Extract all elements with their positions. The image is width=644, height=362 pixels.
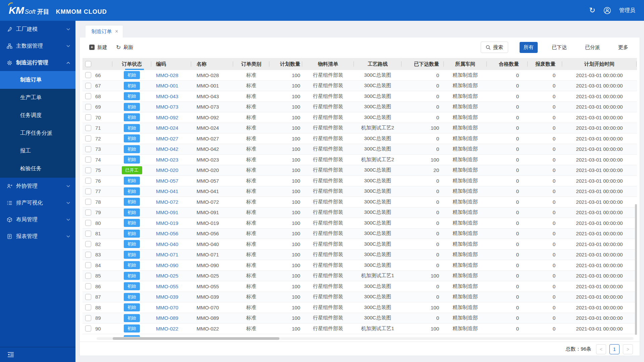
table-row[interactable]: 82初始MMO-040MMO-040标准100行星组件部装300C总装图0精加制…: [83, 239, 637, 250]
order-code-link[interactable]: MMO-042: [156, 146, 178, 152]
new-button[interactable]: + 新建: [89, 44, 107, 51]
row-checkbox[interactable]: [85, 135, 91, 141]
row-checkbox[interactable]: [85, 220, 91, 226]
tab-manufacturing-order[interactable]: 制造订单 ×: [86, 25, 123, 38]
order-code-link[interactable]: MMO-022: [156, 326, 178, 331]
table-row[interactable]: 88初始MMO-070MMO-070标准100行星组件部装300C总装图100精…: [83, 302, 637, 313]
next-page-button[interactable]: >: [623, 344, 633, 354]
page-number-button[interactable]: 1: [609, 344, 620, 354]
table-row[interactable]: 78初始MMO-072MMO-072标准100行星组件部装300C总装图0精加制…: [83, 197, 637, 207]
row-checkbox[interactable]: [85, 252, 91, 258]
sidebar-group-layout-management[interactable]: 布局管理: [0, 211, 75, 228]
table-row[interactable]: 77初始MMO-041MMO-041标准100行星组件部装300C总装图0精加制…: [83, 186, 637, 197]
column-header-check[interactable]: [83, 58, 94, 70]
order-code-link[interactable]: MMO-019: [156, 220, 178, 226]
user-avatar-icon[interactable]: [603, 7, 611, 14]
row-checkbox[interactable]: [85, 83, 91, 89]
row-checkbox[interactable]: [85, 315, 91, 321]
table-row[interactable]: 76初始MMO-057MMO-057标准100行星组件部装300C总装图0精加制…: [83, 176, 637, 186]
filter-button-更多[interactable]: 更多: [614, 42, 632, 53]
table-row[interactable]: 73初始MMO-042MMO-042标准100行星组件部装300C总装图0精加制…: [83, 144, 637, 155]
row-checkbox[interactable]: [85, 93, 91, 99]
select-all-checkbox[interactable]: [85, 61, 91, 67]
prev-page-button[interactable]: <: [596, 344, 606, 354]
row-checkbox[interactable]: [85, 231, 91, 237]
row-checkbox[interactable]: [85, 304, 91, 310]
table-row[interactable]: 81初始MMO-056MMO-056标准100行星组件部装300C总装图0精加制…: [83, 229, 637, 239]
filter-button-所有[interactable]: 所有: [520, 42, 538, 53]
table-row[interactable]: 80初始MMO-019MMO-019标准100行星组件部装300C总装图0精加制…: [83, 218, 637, 229]
order-code-link[interactable]: MMO-023: [156, 157, 178, 163]
sidebar-item-任务调度[interactable]: 任务调度: [0, 107, 75, 124]
order-code-link[interactable]: MMO-027: [156, 136, 178, 141]
row-checkbox[interactable]: [85, 273, 91, 279]
order-code-link[interactable]: MMO-039: [156, 294, 178, 300]
table-row[interactable]: 85初始MMO-025MMO-025标准100行星组件部装机加测试工艺1100精…: [83, 271, 637, 282]
table-row[interactable]: 83初始MMO-071MMO-071标准100行星组件部装300C总装图0精加制…: [83, 250, 637, 260]
order-code-link[interactable]: MMO-056: [156, 231, 178, 236]
table-row[interactable]: 74初始MMO-023MMO-023标准100行星组件部装机加测试工艺2100精…: [83, 155, 637, 165]
row-checkbox[interactable]: [85, 125, 91, 131]
row-checkbox[interactable]: [85, 199, 91, 205]
row-checkbox[interactable]: [85, 294, 91, 300]
order-code-link[interactable]: MMO-025: [156, 273, 178, 279]
sidebar-group-master-data[interactable]: 主数据管理: [0, 38, 75, 54]
table-row[interactable]: 87初始MMO-039MMO-039标准100行星组件部装300C总装图0精加制…: [83, 292, 637, 303]
sidebar-group-factory-modeling[interactable]: 工厂建模: [0, 21, 75, 38]
row-checkbox[interactable]: [85, 325, 91, 331]
order-code-link[interactable]: MMO-089: [156, 315, 178, 321]
row-checkbox[interactable]: [85, 283, 91, 289]
close-icon[interactable]: ×: [115, 28, 118, 35]
row-checkbox[interactable]: [85, 209, 91, 216]
global-refresh-icon[interactable]: ↻: [589, 7, 595, 14]
row-checkbox[interactable]: [85, 241, 91, 247]
order-code-link[interactable]: MMO-020: [156, 167, 178, 173]
sidebar-group-scheduling-visualization[interactable]: 排产可视化: [0, 194, 75, 211]
row-checkbox[interactable]: [85, 262, 91, 268]
row-checkbox[interactable]: [85, 167, 91, 173]
table-row[interactable]: 86初始MMO-055MMO-055标准100行星组件部装300C总装图0精加制…: [83, 281, 637, 292]
order-code-link[interactable]: MMO-091: [156, 209, 178, 215]
table-row[interactable]: 89初始MMO-089MMO-089标准100行星组件部装300C总装图0精加制…: [83, 313, 637, 324]
refresh-button[interactable]: ↻ 刷新: [116, 44, 133, 51]
vertical-scrollbar-thumb[interactable]: [635, 204, 637, 335]
table-row[interactable]: 66初始MMO-028MMO-028标准100行星组件部装300C总装图0精加制…: [83, 70, 637, 81]
order-code-link[interactable]: MMO-073: [156, 104, 178, 110]
row-checkbox[interactable]: [85, 146, 91, 152]
order-code-link[interactable]: MMO-028: [156, 72, 178, 78]
row-checkbox[interactable]: [85, 114, 91, 120]
order-code-link[interactable]: MMO-043: [156, 94, 178, 99]
order-code-link[interactable]: MMO-055: [156, 284, 178, 289]
row-checkbox[interactable]: [85, 188, 91, 194]
filter-button-已分派[interactable]: 已分派: [581, 42, 604, 53]
sidebar-item-检验任务[interactable]: 检验任务: [0, 160, 75, 178]
table-row[interactable]: 69初始MMO-073MMO-073标准100行星组件部装300C总装图0精加制…: [83, 102, 637, 113]
table-row[interactable]: 79初始MMO-091MMO-091标准100行星组件部装300C总装图0精加制…: [83, 207, 637, 218]
order-code-link[interactable]: MMO-040: [156, 241, 178, 247]
row-checkbox[interactable]: [85, 178, 91, 184]
order-code-link[interactable]: MMO-092: [156, 115, 178, 120]
order-code-link[interactable]: MMO-071: [156, 252, 178, 257]
search-button[interactable]: 搜索: [481, 42, 508, 53]
table-row[interactable]: 75已开工MMO-020MMO-020标准100行星组件部装300C总装图20精…: [83, 165, 637, 176]
sidebar-item-制造订单[interactable]: 制造订单: [0, 71, 75, 89]
row-checkbox[interactable]: [85, 72, 91, 78]
sidebar-group-manufacturing-ops[interactable]: 制造运行管理: [0, 54, 75, 71]
sidebar-item-工序任务分派[interactable]: 工序任务分派: [0, 124, 75, 142]
order-code-link[interactable]: MMO-057: [156, 178, 178, 184]
row-checkbox[interactable]: [85, 157, 91, 163]
table-row[interactable]: 70初始MMO-092MMO-092标准100行星组件部装300C总装图0精加制…: [83, 112, 637, 123]
sidebar-group-outsourcing[interactable]: 外协管理: [0, 178, 75, 194]
table-row[interactable]: 90初始MMO-022MMO-022标准100行星组件部装机加测试工艺1100精…: [83, 323, 637, 334]
table-row[interactable]: 68初始MMO-043MMO-043标准100行星组件部装300C总装图0精加制…: [83, 91, 637, 102]
order-code-link[interactable]: MMO-024: [156, 125, 178, 131]
order-code-link[interactable]: MMO-041: [156, 188, 178, 194]
row-checkbox[interactable]: [85, 104, 91, 110]
sidebar-collapse-icon[interactable]: [7, 352, 14, 357]
sidebar-item-报工[interactable]: 报工: [0, 142, 75, 160]
order-code-link[interactable]: MMO-001: [156, 83, 178, 88]
order-code-link[interactable]: MMO-090: [156, 262, 178, 268]
table-row[interactable]: 67初始MMO-001MMO-001标准100行星组件部装300C总装图0精加制…: [83, 81, 637, 92]
order-code-link[interactable]: MMO-072: [156, 199, 178, 205]
filter-button-已下达[interactable]: 已下达: [548, 42, 571, 53]
